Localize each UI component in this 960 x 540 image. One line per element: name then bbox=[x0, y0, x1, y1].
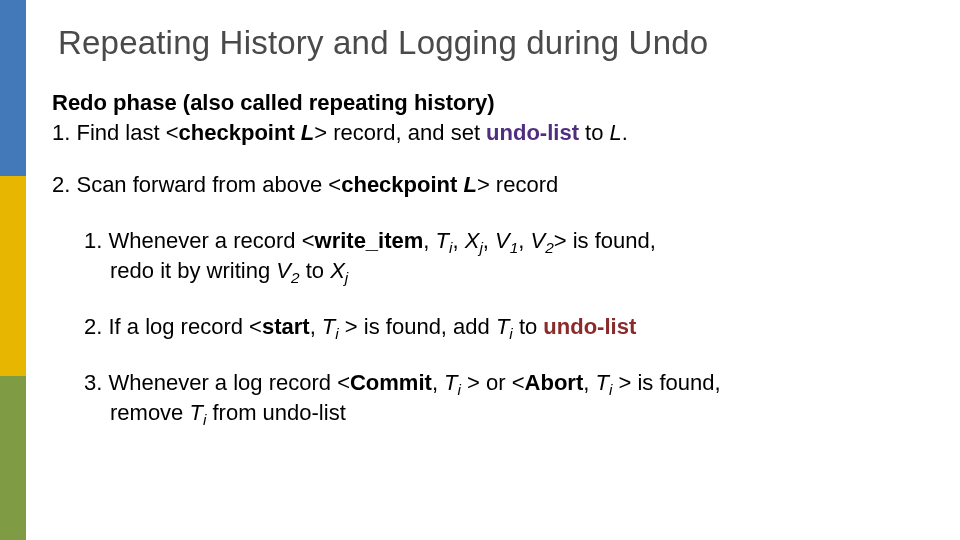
slide-body: Redo phase (also called repeating histor… bbox=[52, 90, 920, 430]
accent-bar-blue bbox=[0, 0, 26, 176]
redo-heading: Redo phase (also called repeating histor… bbox=[52, 90, 920, 116]
step-1: 1. Find last <checkpoint L> record, and … bbox=[52, 120, 920, 146]
substep-2: 2. If a log record <start, Ti > is found… bbox=[52, 314, 920, 340]
substep-3-line1: 3. Whenever a log record <Commit, Ti > o… bbox=[52, 370, 920, 396]
slide-title: Repeating History and Logging during Und… bbox=[58, 24, 708, 62]
substep-1-line2: redo it by writing V2 to Xj bbox=[52, 258, 920, 284]
slide: Repeating History and Logging during Und… bbox=[0, 0, 960, 540]
substep-1-line1: 1. Whenever a record <write_item, Ti, Xj… bbox=[52, 228, 920, 254]
accent-bar-gold bbox=[0, 176, 26, 376]
substep-3-line2: remove Ti from undo-list bbox=[52, 400, 920, 426]
step-2: 2. Scan forward from above <checkpoint L… bbox=[52, 172, 920, 198]
accent-bar-olive bbox=[0, 376, 26, 540]
